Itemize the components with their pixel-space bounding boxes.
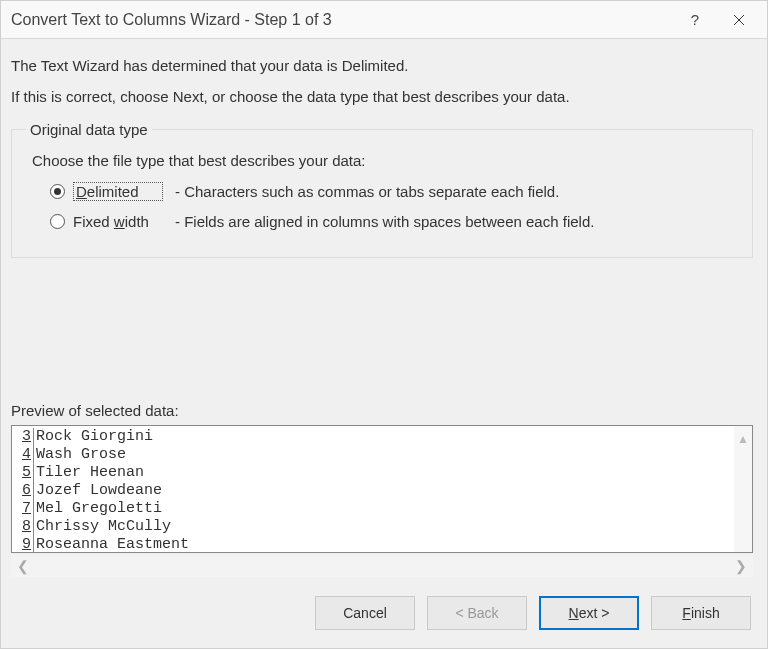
scroll-right-icon: ❯ xyxy=(735,558,747,574)
preview-row: 9Roseanna Eastment xyxy=(12,536,752,553)
row-text: Chrissy McCully xyxy=(34,518,171,536)
finish-button[interactable]: Finish xyxy=(651,596,751,630)
scroll-up-icon: ▲ xyxy=(737,432,749,446)
row-number: 9 xyxy=(12,536,34,553)
preview-row: 4Wash Grose xyxy=(12,446,752,464)
row-number: 5 xyxy=(12,464,34,482)
preview-rows: 3Rock Giorgini 4Wash Grose 5Tiler Heenan… xyxy=(12,426,752,553)
original-data-type-group: Original data type Choose the file type … xyxy=(11,121,753,258)
preview-row: 5Tiler Heenan xyxy=(12,464,752,482)
preview-row: 6Jozef Lowdeane xyxy=(12,482,752,500)
row-number: 3 xyxy=(12,428,34,446)
close-icon xyxy=(733,14,745,26)
cancel-button[interactable]: Cancel xyxy=(315,596,415,630)
group-instruction: Choose the file type that best describes… xyxy=(32,152,742,169)
row-text: Roseanna Eastment xyxy=(34,536,189,553)
radio-fixed-width-control[interactable] xyxy=(50,214,65,229)
text-to-columns-dialog: Convert Text to Columns Wizard - Step 1 … xyxy=(0,0,768,649)
radio-delimited-label: Delimited xyxy=(73,182,163,201)
preview-box: 3Rock Giorgini 4Wash Grose 5Tiler Heenan… xyxy=(11,425,753,553)
row-number: 6 xyxy=(12,482,34,500)
preview-row: 7Mel Gregoletti xyxy=(12,500,752,518)
row-number: 8 xyxy=(12,518,34,536)
radio-selected-dot-icon xyxy=(54,188,61,195)
row-text: Rock Giorgini xyxy=(34,428,153,446)
intro-text-1: The Text Wizard has determined that your… xyxy=(11,57,753,74)
row-text: Mel Gregoletti xyxy=(34,500,162,518)
radio-fixed-width-label: Fixed width xyxy=(73,213,163,230)
dialog-title: Convert Text to Columns Wizard - Step 1 … xyxy=(11,11,673,29)
row-text: Wash Grose xyxy=(34,446,126,464)
intro-text-2: If this is correct, choose Next, or choo… xyxy=(11,88,753,105)
dialog-content: The Text Wizard has determined that your… xyxy=(1,39,767,584)
scroll-left-icon: ❮ xyxy=(17,558,29,574)
dialog-footer: Cancel < Back Next > Finish xyxy=(1,584,767,648)
radio-delimited[interactable]: Delimited - Characters such as commas or… xyxy=(50,179,742,203)
row-text: Tiler Heenan xyxy=(34,464,144,482)
row-number: 7 xyxy=(12,500,34,518)
preview-row: 8Chrissy McCully xyxy=(12,518,752,536)
next-button[interactable]: Next > xyxy=(539,596,639,630)
row-text: Jozef Lowdeane xyxy=(34,482,162,500)
help-button[interactable]: ? xyxy=(673,5,717,35)
close-button[interactable] xyxy=(717,5,761,35)
radio-fixed-width-desc: - Fields are aligned in columns with spa… xyxy=(175,213,594,230)
back-button[interactable]: < Back xyxy=(427,596,527,630)
preview-vertical-scrollbar[interactable]: ▲ xyxy=(734,426,752,552)
row-number: 4 xyxy=(12,446,34,464)
preview-row: 3Rock Giorgini xyxy=(12,428,752,446)
radio-delimited-desc: - Characters such as commas or tabs sepa… xyxy=(175,183,559,200)
group-legend: Original data type xyxy=(26,121,152,138)
titlebar: Convert Text to Columns Wizard - Step 1 … xyxy=(1,1,767,39)
preview-horizontal-scrollbar[interactable]: ❮ ❯ xyxy=(11,555,753,577)
preview-label: Preview of selected data: xyxy=(11,402,753,419)
radio-fixed-width[interactable]: Fixed width - Fields are aligned in colu… xyxy=(50,209,742,233)
radio-delimited-control[interactable] xyxy=(50,184,65,199)
